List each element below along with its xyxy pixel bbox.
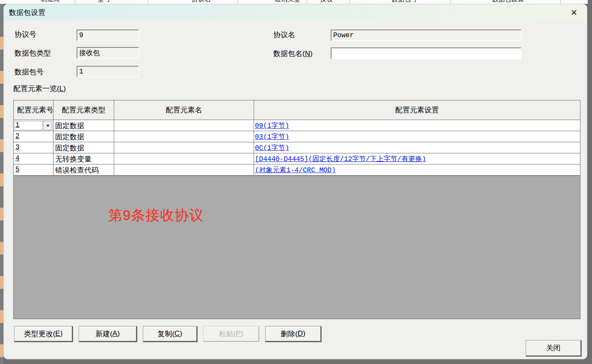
packet-name-input[interactable] (331, 47, 521, 59)
protocol-name-field: Power (331, 29, 521, 41)
element-no-cell[interactable]: 5 (14, 164, 53, 176)
action-button-row: 类型更改(E) 新建(A) 复制(C) 粘贴(P) 删除(D) (14, 326, 327, 342)
background-header-divider (560, 0, 561, 4)
element-setting-cell: 09(1字节) (254, 120, 580, 131)
background-header-fragment: 数据包设置 (492, 0, 524, 4)
table-row: 3 固定数据 0C(1字节) (14, 142, 580, 153)
background-header-divider (450, 0, 451, 4)
background-header-fragment: 接收 (320, 0, 333, 4)
column-header-element-name: 配置元素名 (114, 100, 254, 120)
element-list: 配置元素号 配置元素类型 配置元素名 配置元素设置 1 固定数据 09(1字节)… (13, 100, 580, 319)
protocol-name-value: Power (333, 32, 354, 39)
element-no-cell[interactable]: 2 (14, 131, 53, 142)
element-setting-cell: [D4440-D4445](固定长度/12字节/下上字节/有更换) (254, 153, 580, 164)
change-type-button[interactable]: 类型更改(E) (14, 326, 73, 342)
close-button[interactable]: 关闭 (526, 340, 581, 356)
element-setting-link[interactable]: [D4440-D4445](固定长度/12字节/下上字节/有更换) (255, 156, 426, 163)
paste-button[interactable]: 粘贴(P) (203, 326, 259, 342)
element-name-cell[interactable] (114, 153, 254, 164)
element-name-cell[interactable] (114, 164, 254, 176)
screen: 制造商 型号 协议名 通讯类型 接收 数据包号 数据包设置 数据包设置 ✕ 协议… (0, 0, 592, 364)
packet-settings-dialog: 数据包设置 ✕ 协议号 9 数据包类型 接收包 数据包号 1 协议名 Power… (3, 4, 587, 359)
element-no-cell: 1 (14, 120, 53, 131)
combobox-value[interactable]: 1 (14, 121, 43, 130)
packet-name-label: 数据包名(N) (273, 49, 313, 59)
background-header-divider (75, 0, 75, 4)
element-setting-link[interactable]: 09(1字节) (255, 122, 289, 130)
table-row: 4 无转换变量 [D4440-D4445](固定长度/12字节/下上字节/有更换… (14, 153, 580, 164)
background-header-divider (349, 0, 350, 4)
element-setting-cell: 03(1字节) (254, 131, 580, 142)
table-row: 1 固定数据 09(1字节) (14, 120, 580, 131)
element-name-cell[interactable] (114, 142, 254, 153)
background-left-stripe (0, 4, 3, 364)
background-header-divider (307, 0, 307, 4)
element-name-cell[interactable] (114, 131, 254, 142)
background-header-fragment: 型号 (98, 0, 110, 4)
element-list-empty-area (14, 176, 580, 319)
close-icon[interactable]: ✕ (571, 9, 577, 17)
element-no-cell[interactable]: 4 (14, 153, 53, 164)
protocol-no-field: 9 (77, 29, 139, 41)
background-header-fragment: 协议名 (192, 0, 211, 4)
copy-button[interactable]: 复制(C) (143, 326, 197, 342)
protocol-no-label: 协议号 (15, 29, 36, 39)
protocol-name-label: 协议名 (273, 30, 295, 40)
background-header-divider (148, 0, 148, 4)
background-header-fragment: 数据包号 (391, 0, 417, 4)
element-setting-cell: 0C(1字节) (254, 142, 580, 153)
element-list-header: 配置元素号 配置元素类型 配置元素名 配置元素设置 (14, 100, 580, 120)
background-header-fragment: 通讯类型 (275, 0, 300, 4)
element-type-cell[interactable]: 固定数据 (53, 131, 114, 142)
element-type-cell[interactable]: 错误检查代码 (53, 164, 114, 176)
packet-no-label: 数据包号 (15, 67, 44, 77)
combobox-dropdown-button[interactable] (43, 121, 52, 130)
table-row: 2 固定数据 03(1字节) (14, 131, 580, 142)
element-type-cell[interactable]: 固定数据 (53, 120, 114, 131)
background-header-fragment: 制造商 (41, 0, 60, 4)
column-header-element-setting: 配置元素设置 (254, 100, 580, 120)
column-header-element-no: 配置元素号 (14, 100, 53, 120)
element-setting-link[interactable]: 03(1字节) (255, 133, 289, 141)
element-setting-link[interactable]: 0C(1字节) (255, 144, 289, 152)
packet-type-label: 数据包类型 (15, 48, 51, 58)
column-header-element-type: 配置元素类型 (53, 100, 114, 120)
chevron-down-icon (46, 125, 50, 127)
packet-no-field: 1 (77, 66, 139, 77)
annotation-text: 第9条接收协议 (108, 206, 204, 225)
packet-no-value: 1 (79, 68, 83, 76)
packet-type-value: 接收包 (79, 49, 100, 58)
element-type-cell[interactable]: 固定数据 (53, 142, 114, 153)
element-no-cell[interactable]: 3 (14, 142, 53, 153)
element-list-label: 配置元素一览(L) (13, 84, 66, 94)
dialog-title: 数据包设置 (9, 8, 45, 18)
table-row: 5 错误检查代码 (对象元素1-4/CRC MOD) (14, 164, 580, 176)
background-header-divider (237, 0, 238, 4)
new-button[interactable]: 新建(A) (79, 326, 137, 342)
element-setting-cell: (对象元素1-4/CRC MOD) (254, 164, 580, 176)
packet-type-field: 接收包 (77, 47, 139, 59)
element-name-cell[interactable] (114, 120, 254, 131)
dialog-titlebar[interactable]: 数据包设置 ✕ (4, 4, 587, 21)
delete-button[interactable]: 删除(D) (265, 326, 321, 342)
element-setting-link[interactable]: (对象元素1-4/CRC MOD) (255, 167, 336, 174)
element-type-cell[interactable]: 无转换变量 (53, 153, 114, 164)
background-window-header: 制造商 型号 协议名 通讯类型 接收 数据包号 数据包设置 (0, 0, 588, 4)
protocol-no-value: 9 (79, 32, 83, 39)
element-no-combobox[interactable]: 1 (14, 120, 53, 131)
